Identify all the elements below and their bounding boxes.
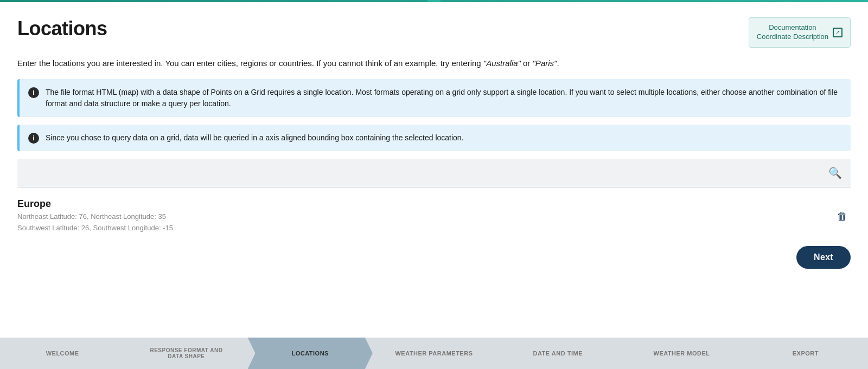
step-export-label: EXPORT [793,350,819,357]
search-button[interactable]: 🔍 [828,166,842,179]
doc-button-label: Documentation Coordinate Description [757,23,828,42]
step-response-format[interactable]: RESPONSE FORMAT AND DATA SHAPE [124,338,248,369]
description-before: Enter the locations you are interested i… [17,59,483,68]
info-icon-2: i [28,133,39,144]
step-response-format-label: RESPONSE FORMAT AND DATA SHAPE [150,347,222,359]
delete-location-button[interactable]: 🗑 [833,207,851,226]
stepper: WELCOME RESPONSE FORMAT AND DATA SHAPE L… [0,338,868,369]
step-weather-model[interactable]: WEATHER MODEL [619,338,744,369]
location-list: Europe Northeast Latitude: 76, Northeast… [17,187,851,242]
step-date-and-time-label: DATE AND TIME [533,350,583,357]
info-box-2: i Since you chose to query data on a gri… [17,125,851,151]
page-header: Locations Documentation Coordinate Descr… [17,17,851,48]
description-text: Enter the locations you are interested i… [17,57,851,70]
location-coords: Northeast Latitude: 76, Northeast Longit… [17,211,173,234]
step-weather-parameters-label: WEATHER PARAMETERS [395,350,473,357]
trash-icon: 🗑 [837,210,847,222]
documentation-button[interactable]: Documentation Coordinate Description ↗ [749,17,851,48]
location-info: Europe Northeast Latitude: 76, Northeast… [17,198,173,234]
location-coords-line1: Northeast Latitude: 76, Northeast Longit… [17,211,173,223]
description-after: . [557,59,559,68]
next-button-container: Next [17,242,851,271]
page-title: Locations [17,17,107,40]
info-text-2: Since you chose to query data on a grid,… [46,132,464,144]
info-text-1: The file format HTML (map) with a data s… [46,87,842,109]
search-icon: 🔍 [828,167,842,179]
location-item: Europe Northeast Latitude: 76, Northeast… [17,196,851,236]
step-weather-parameters[interactable]: WEATHER PARAMETERS [372,338,496,369]
next-button[interactable]: Next [796,246,851,269]
info-icon-1: i [28,87,39,98]
description-example1: "Australia" [483,59,521,68]
external-link-icon: ↗ [833,28,843,37]
step-locations-label: LOCATIONS [291,350,328,357]
step-date-and-time[interactable]: DATE AND TIME [495,338,620,369]
description-middle: or [521,59,533,68]
description-example2: "Paris" [533,59,557,68]
info-box-1: i The file format HTML (map) with a data… [17,79,851,117]
step-locations[interactable]: LOCATIONS [248,338,373,369]
step-welcome-label: WELCOME [46,350,79,357]
location-coords-line2: Southwest Latitude: 26, Southwest Longit… [17,223,173,234]
step-export[interactable]: EXPORT [743,338,868,369]
step-welcome[interactable]: WELCOME [0,338,125,369]
location-name: Europe [17,198,173,210]
search-area: 🔍 [17,159,851,187]
step-weather-model-label: WEATHER MODEL [654,350,710,357]
main-content: Locations Documentation Coordinate Descr… [0,2,868,338]
